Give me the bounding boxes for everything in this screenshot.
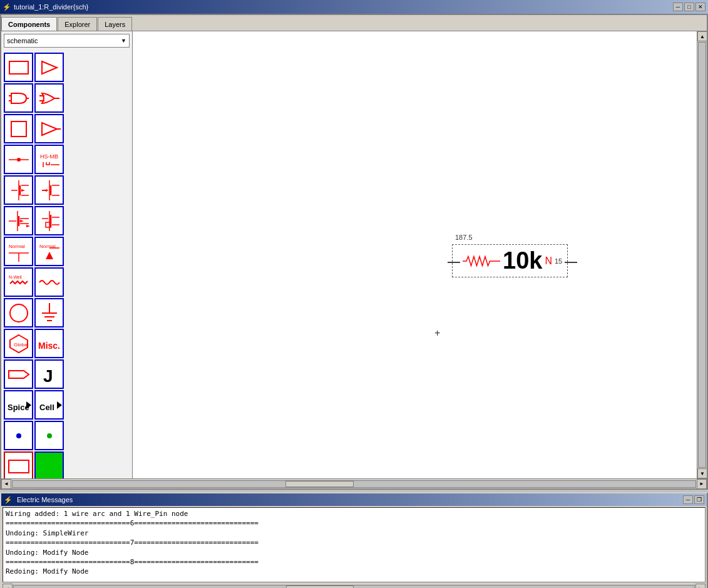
comp-triangle[interactable] [34, 114, 64, 143]
component-grid: HS-MB [1, 50, 132, 478]
msg-line-2: ==============================6=========… [6, 518, 702, 528]
messages-title-controls[interactable]: ─ ❐ [683, 495, 704, 504]
messages-restore-button[interactable]: ❐ [694, 495, 704, 504]
main-window: Components Explorer Layers schematic ▼ [0, 14, 708, 490]
title-bar-controls[interactable]: ─ □ ✕ [673, 3, 705, 11]
svg-marker-20 [21, 189, 25, 192]
msg-line-6: ==============================8=========… [6, 557, 702, 567]
svg-marker-27 [43, 189, 47, 192]
left-panel: schematic ▼ [1, 31, 133, 478]
comp-buffer[interactable] [34, 53, 64, 82]
resistor-component: 187.5 10k N 15 [452, 244, 568, 277]
window-title: tutorial_1:R_divider{sch} [14, 3, 88, 11]
svg-text:Misc.: Misc. [38, 341, 60, 351]
dropdown-arrow-icon: ▼ [121, 38, 126, 44]
comp-misc[interactable]: Misc. [34, 329, 64, 358]
close-button[interactable]: ✕ [695, 3, 705, 11]
svg-text:HS-MB: HS-MB [40, 153, 58, 160]
comp-inductor[interactable] [34, 267, 64, 297]
hscroll-track[interactable] [12, 480, 696, 488]
comp-pfet[interactable] [34, 175, 64, 205]
msg-scroll-right[interactable]: ► [695, 584, 705, 588]
messages-icon: ⚡ [4, 496, 13, 503]
comp-nfet2[interactable] [4, 206, 33, 235]
coord-left: 187.5 [455, 234, 473, 241]
svg-text:Normal: Normal [9, 244, 25, 249]
comp-normal-tri[interactable]: Normal [4, 237, 33, 266]
msg-line-4: ==============================7=========… [6, 538, 702, 547]
comp-red-rect[interactable] [4, 451, 33, 478]
svg-marker-57 [9, 371, 29, 378]
msg-hscroll-thumb[interactable] [286, 585, 354, 588]
tab-explorer[interactable]: Explorer [58, 17, 97, 31]
comp-global[interactable]: Global [4, 329, 33, 358]
comp-and-gate[interactable] [4, 83, 33, 113]
comp-or-gate[interactable] [34, 83, 64, 113]
messages-hscroll[interactable]: ◄ ► [3, 584, 705, 588]
msg-scroll-left[interactable]: ◄ [3, 584, 13, 588]
scroll-right-button[interactable]: ► [697, 479, 707, 489]
comp-nfet[interactable] [4, 175, 33, 205]
svg-point-64 [47, 433, 52, 438]
comp-green-bar[interactable] [34, 451, 64, 478]
resistor-value: 10k [503, 247, 542, 274]
svg-text:Global: Global [14, 342, 28, 348]
hscroll-thumb[interactable] [285, 481, 354, 487]
comp-normal-arrow[interactable]: Normal [34, 237, 64, 266]
coord-right: 15 [555, 257, 562, 265]
tab-layers[interactable]: Layers [98, 17, 132, 31]
svg-point-49 [10, 304, 28, 322]
svg-rect-8 [11, 121, 26, 137]
msg-line-1: Wiring added: 1 wire arc and 1 Wire_Pin … [6, 509, 702, 518]
svg-point-12 [17, 158, 21, 162]
schematic-dropdown[interactable]: schematic ▼ [4, 34, 130, 48]
comp-circle[interactable] [4, 298, 33, 328]
msg-line-7: Redoing: Modify Node [6, 567, 702, 576]
comp-dot-blue[interactable] [4, 421, 33, 450]
canvas-area[interactable]: 187.5 10k N 15 + [133, 31, 697, 478]
dropdown-value: schematic [7, 37, 38, 44]
svg-marker-35 [26, 225, 30, 227]
scroll-up-button[interactable]: ▲ [697, 31, 707, 41]
title-bar: ⚡ tutorial_1:R_divider{sch} ─ □ ✕ [0, 0, 708, 14]
content-area: schematic ▼ [1, 31, 707, 478]
svg-point-63 [16, 433, 21, 438]
svg-marker-9 [42, 123, 57, 135]
comp-nwell[interactable]: N-Well [4, 267, 33, 297]
maximize-button[interactable]: □ [684, 3, 694, 11]
messages-window: ⚡ Electric Messages ─ ❐ Wiring added: 1 … [0, 492, 708, 588]
comp-rect[interactable] [4, 53, 33, 82]
tab-components[interactable]: Components [1, 17, 57, 31]
comp-arrow-shape[interactable] [4, 359, 33, 389]
svg-rect-65 [9, 460, 29, 473]
comp-dot-green[interactable] [34, 421, 64, 450]
messages-title-bar: ⚡ Electric Messages ─ ❐ [1, 493, 707, 506]
msg-line-3: Undoing: SimpleWirer [6, 529, 702, 538]
right-scrollbar[interactable]: ▲ ▼ [697, 31, 707, 478]
bottom-scrollbar[interactable]: ◄ ► [1, 478, 707, 488]
messages-title: Electric Messages [17, 496, 73, 503]
comp-shield[interactable] [4, 114, 33, 143]
scroll-track[interactable] [698, 42, 706, 468]
comp-spice[interactable]: Spice [4, 390, 33, 420]
app-icon: ⚡ [3, 3, 11, 11]
messages-minimize-button[interactable]: ─ [683, 495, 693, 504]
comp-ground[interactable] [34, 298, 64, 328]
msg-line-5: Undoing: Modify Node [6, 548, 702, 557]
msg-hscroll-track[interactable] [13, 585, 695, 588]
scroll-down-button[interactable]: ▼ [697, 468, 707, 478]
resistor-symbol [463, 252, 500, 271]
messages-title-left: ⚡ Electric Messages [4, 496, 73, 504]
minimize-button[interactable]: ─ [673, 3, 683, 11]
scroll-left-button[interactable]: ◄ [1, 479, 11, 489]
svg-marker-33 [20, 220, 24, 222]
comp-pfet2[interactable] [34, 206, 64, 235]
svg-marker-46 [46, 252, 53, 259]
comp-dot-wire[interactable] [4, 145, 33, 174]
resistor-n-label: N [545, 255, 552, 267]
comp-j[interactable]: J [34, 359, 64, 389]
messages-content[interactable]: Wiring added: 1 wire arc and 1 Wire_Pin … [3, 507, 705, 582]
comp-cell[interactable]: Cell [34, 390, 64, 420]
comp-hs-ms[interactable]: HS-MB [34, 145, 64, 174]
tab-bar: Components Explorer Layers [1, 15, 707, 31]
